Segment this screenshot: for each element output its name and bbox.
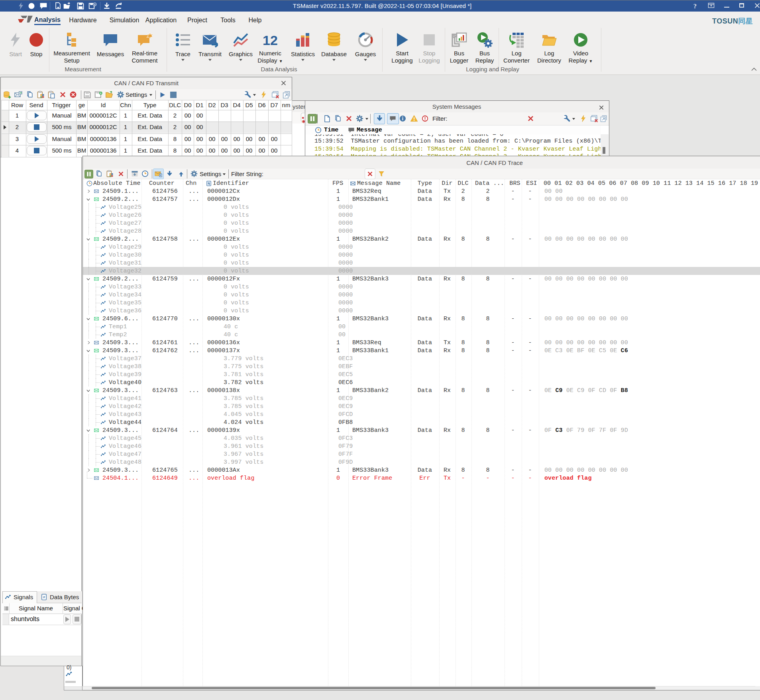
svg-text:12: 12 xyxy=(263,33,278,48)
